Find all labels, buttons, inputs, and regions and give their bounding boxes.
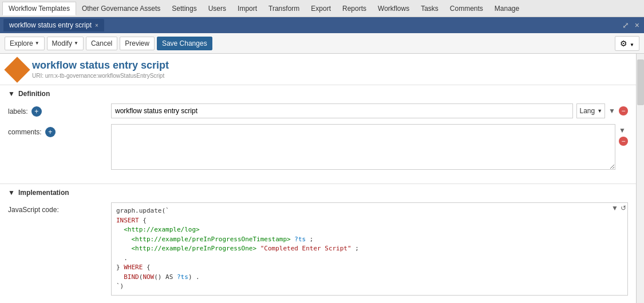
close-window-icon[interactable]: × — [634, 19, 641, 31]
menu-tab-tasks[interactable]: Tasks — [415, 2, 444, 15]
modify-button[interactable]: Modify ▼ — [47, 37, 84, 50]
lang-caret-icon: ▼ — [597, 108, 602, 114]
comments-collapse-button[interactable]: ▼ — [619, 126, 628, 134]
labels-input[interactable] — [111, 103, 573, 118]
lang-label: Lang — [579, 107, 595, 115]
tab-bar: workflow status entry script × ⤢ × — [0, 17, 644, 33]
explore-label: Explore — [10, 39, 33, 47]
definition-title: Definition — [18, 90, 50, 98]
menu-tab-users[interactable]: Users — [203, 2, 232, 15]
content-area: workflow status entry script URI: urn:x-… — [0, 54, 636, 303]
asset-title-block: workflow status entry script URI: urn:x-… — [32, 59, 169, 79]
code-editor[interactable]: ▼ ↺ graph.update(` INSERT { <http://exam… — [111, 202, 628, 296]
menu-tab-import[interactable]: Import — [232, 2, 263, 15]
menu-tab-export[interactable]: Export — [305, 2, 337, 15]
labels-label: labels: + — [8, 103, 111, 117]
code-reset-icon[interactable]: ↺ — [621, 204, 626, 212]
definition-arrow-icon: ▼ — [8, 90, 15, 98]
implementation-arrow-icon: ▼ — [8, 189, 15, 197]
explore-button[interactable]: Explore ▼ — [5, 37, 45, 50]
tab-right-icons: ⤢ × — [621, 19, 641, 31]
asset-uri: URI: urn:x-tb-governance:workflowStatusE… — [32, 73, 169, 79]
scrollbar-thumb[interactable] — [637, 59, 644, 105]
labels-add-button[interactable]: + — [31, 106, 42, 117]
labels-field-row: labels: + Lang ▼ ▼ − — [8, 103, 628, 118]
menu-tab-transform[interactable]: Transform — [263, 2, 305, 15]
gear-icon: ⚙ — [620, 39, 627, 48]
menu-tab-reports[interactable]: Reports — [337, 2, 372, 15]
comments-textarea[interactable] — [111, 124, 615, 170]
collapse-arrow-icon: ▼ — [609, 107, 615, 115]
menu-tab-workflows[interactable]: Workflows — [372, 2, 415, 15]
active-tab[interactable]: workflow status entry script × — [3, 19, 104, 31]
js-code-field-row: JavaScript code: ▼ ↺ graph.update(` INSE… — [8, 202, 628, 296]
comments-add-button[interactable]: + — [45, 127, 56, 137]
comments-remove-button[interactable]: − — [619, 137, 628, 146]
implementation-title: Implementation — [18, 189, 69, 197]
menu-tab-workflow-templates[interactable]: Workflow Templates — [2, 2, 76, 15]
code-content: graph.update(` INSERT { <http://example/… — [112, 203, 627, 295]
menu-tab-settings[interactable]: Settings — [166, 2, 202, 15]
modify-label: Modify — [52, 39, 72, 47]
toolbar-left: Explore ▼ Modify ▼ Cancel Preview Save C… — [5, 37, 212, 50]
labels-collapse-button[interactable]: ▼ — [609, 107, 615, 115]
main-content: workflow status entry script URI: urn:x-… — [0, 54, 644, 303]
tab-close-icon[interactable]: × — [95, 22, 98, 29]
definition-section-header[interactable]: ▼ Definition — [8, 90, 628, 98]
comments-label: comments: + — [8, 124, 111, 137]
preview-button[interactable]: Preview — [120, 37, 155, 50]
explore-caret-icon: ▼ — [35, 41, 39, 46]
labels-remove-button[interactable]: − — [619, 106, 628, 115]
toolbar: Explore ▼ Modify ▼ Cancel Preview Save C… — [0, 33, 644, 54]
gear-button[interactable]: ⚙ ▼ — [615, 36, 639, 51]
scrollbar[interactable] — [636, 54, 644, 303]
toolbar-right: ⚙ ▼ — [615, 36, 639, 51]
comments-collapse-arrow-icon: ▼ — [619, 126, 626, 134]
asset-icon — [4, 57, 30, 82]
asset-title: workflow status entry script — [32, 59, 169, 71]
save-changes-button[interactable]: Save Changes — [157, 37, 212, 50]
code-toolbar: ▼ ↺ — [611, 204, 626, 212]
implementation-section: ▼ Implementation JavaScript code: ▼ ↺ gr… — [0, 184, 636, 303]
lang-select[interactable]: Lang ▼ — [576, 103, 605, 118]
resize-icon[interactable]: ⤢ — [621, 19, 630, 31]
gear-caret: ▼ — [630, 42, 634, 47]
cancel-button[interactable]: Cancel — [86, 37, 117, 50]
js-code-label: JavaScript code: — [8, 202, 111, 214]
definition-section: ▼ Definition labels: + Lang ▼ ▼ — [0, 85, 636, 184]
code-collapse-button[interactable]: ▼ — [611, 204, 618, 212]
menu-tab-manage[interactable]: Manage — [489, 2, 525, 15]
tab-label: workflow status entry script — [9, 21, 92, 29]
modify-caret-icon: ▼ — [74, 41, 78, 46]
code-collapse-arrow-icon: ▼ — [611, 204, 618, 212]
asset-header: workflow status entry script URI: urn:x-… — [0, 54, 636, 85]
menu-tab-other-governance[interactable]: Other Governance Assets — [76, 2, 166, 15]
labels-field-content: Lang ▼ ▼ − — [111, 103, 628, 118]
comments-field-content: ▼ − — [111, 124, 628, 170]
comments-field-row: comments: + ▼ − — [8, 124, 628, 170]
menu-tab-comments[interactable]: Comments — [444, 2, 489, 15]
top-menubar: Workflow Templates Other Governance Asse… — [0, 0, 644, 17]
implementation-section-header[interactable]: ▼ Implementation — [8, 189, 628, 197]
